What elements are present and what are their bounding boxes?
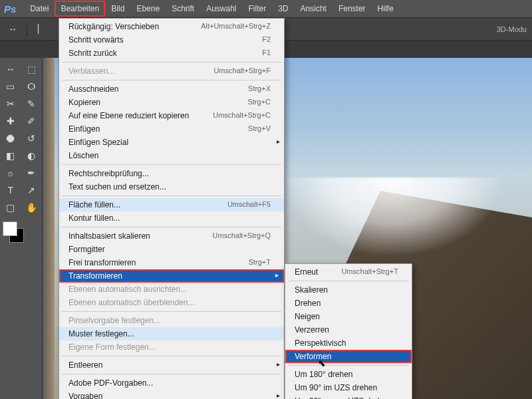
type-tool[interactable]: T	[1, 182, 21, 198]
menu-item-verzerren[interactable]: Verzerren	[285, 323, 412, 336]
menu-bild[interactable]: Bild	[105, 1, 130, 17]
move-tool-icon[interactable]: ↔	[4, 22, 21, 37]
menu-item-verformen[interactable]: Verformen	[285, 350, 412, 363]
menu-item-transformieren[interactable]: Transformieren	[59, 269, 284, 283]
menu-item-label: Einfügen Spezial	[68, 138, 128, 147]
menu-separator	[62, 356, 281, 356]
menu-item-label: Einfügen	[68, 124, 100, 134]
menu-item-r-ckg-ngig-verschieben[interactable]: Rückgängig: VerschiebenAlt+Umschalt+Strg…	[59, 20, 284, 33]
menu-bearbeiten[interactable]: Bearbeiten	[55, 1, 105, 17]
menu-separator	[288, 365, 409, 366]
foreground-swatch[interactable]	[3, 221, 17, 236]
edit-menu-dropdown: Rückgängig: VerschiebenAlt+Umschalt+Strg…	[59, 18, 285, 399]
menu-item-label: Um 180° drehen	[295, 370, 353, 379]
menu-separator	[62, 227, 281, 227]
menu-item-label: Adobe PDF-Vorgaben...	[68, 378, 153, 388]
menu-item-l-schen[interactable]: Löschen	[59, 149, 284, 162]
toolbox: ↔⬚▭ⵔ✂✎✚✐⯃↺◧◐☼✒T↗▢✋	[0, 58, 43, 399]
menu-item-fl-che-f-llen[interactable]: Fläche füllen...Umschalt+F5	[59, 198, 284, 211]
menu-item-schritt-vorw-rts[interactable]: Schritt vorwärtsF2	[59, 33, 284, 47]
brush-tool[interactable]: ✐	[22, 113, 42, 129]
menu-separator	[62, 311, 281, 312]
menu-item-auf-eine-ebene-reduziert-kopieren[interactable]: Auf eine Ebene reduziert kopierenUmschal…	[59, 109, 284, 122]
menu-item-shortcut: Strg+V	[248, 124, 271, 134]
menu-item-verblassen: Verblassen...Umschalt+Strg+F	[59, 65, 284, 78]
dodge-tool[interactable]: ☼	[1, 165, 21, 181]
menu-item-um-90-im-uzs-drehen[interactable]: Um 90° im UZS drehen	[285, 381, 412, 394]
align-left-icon[interactable]: ▏	[33, 22, 50, 37]
menu-item-inhaltsbasiert-skalieren[interactable]: Inhaltsbasiert skalierenUmschalt+Strg+Q	[59, 229, 284, 243]
menu-item-label: Pinselvorgabe festlegen...	[68, 316, 160, 325]
menu-separator	[62, 62, 281, 63]
separator	[27, 22, 27, 37]
shape-tool[interactable]: ▢	[1, 200, 21, 215]
menu-item-kopieren[interactable]: KopierenStrg+C	[59, 96, 284, 109]
menu-item-kontur-f-llen[interactable]: Kontur füllen...	[59, 211, 284, 225]
menu-item-label: Kopieren	[68, 98, 100, 107]
menu-item-frei-transformieren[interactable]: Frei transformierenStrg+T	[59, 256, 284, 269]
menu-item-einf-gen-spezial[interactable]: Einfügen Spezial	[59, 136, 284, 149]
artboard-tool[interactable]: ⬚	[22, 61, 42, 77]
menu-item-drehen[interactable]: Drehen	[285, 297, 412, 310]
menu-item-shortcut: Umschalt+Strg+Q	[213, 231, 271, 241]
menu-item-label: Schritt zurück	[68, 49, 117, 58]
stamp-tool[interactable]: ⯃	[1, 130, 21, 146]
eyedrop-tool[interactable]: ✎	[22, 96, 42, 112]
history-tool[interactable]: ↺	[22, 130, 42, 146]
menu-fenster[interactable]: Fenster	[332, 1, 372, 17]
menu-filter[interactable]: Filter	[243, 1, 273, 17]
menu-item-skalieren[interactable]: Skalieren	[285, 283, 412, 297]
menu-item-rechtschreibpr-fung[interactable]: Rechtschreibprüfung...	[59, 167, 284, 180]
heal-tool[interactable]: ✚	[1, 113, 21, 129]
menu-item-formgitter[interactable]: Formgitter	[59, 243, 284, 256]
menu-item-adobe-pdf-vorgaben[interactable]: Adobe PDF-Vorgaben...	[59, 376, 284, 390]
menu-item-label: Formgitter	[68, 245, 105, 254]
menu-item-shortcut: Strg+T	[249, 258, 271, 267]
marquee-tool[interactable]: ▭	[1, 78, 21, 94]
menu-item-text-suchen-und-ersetzen[interactable]: Text suchen und ersetzen...	[59, 180, 284, 194]
menu-item-label: Kontur füllen...	[68, 213, 120, 223]
menu-ansicht[interactable]: Ansicht	[295, 1, 332, 17]
hand-tool[interactable]: ✋	[22, 200, 42, 215]
menu-ebene[interactable]: Ebene	[130, 1, 166, 17]
menu-schrift[interactable]: Schrift	[166, 1, 200, 17]
menu-item-label: Auf eine Ebene reduziert kopieren	[68, 111, 189, 120]
menu-item-schritt-zur-ck[interactable]: Schritt zurückF1	[59, 47, 284, 60]
menu-datei[interactable]: Datei	[24, 1, 55, 17]
menu-auswahl[interactable]: Auswahl	[200, 1, 242, 17]
menu-item-erneut[interactable]: ErneutUmschalt+Strg+T	[285, 265, 412, 279]
eraser-tool[interactable]: ◧	[1, 148, 21, 164]
gradient-tool[interactable]: ◐	[22, 148, 42, 164]
transform-submenu: ErneutUmschalt+Strg+TSkalierenDrehenNeig…	[285, 263, 412, 399]
crop-tool[interactable]: ✂	[1, 96, 21, 112]
menu-item-vorgaben[interactable]: Vorgaben	[59, 390, 284, 399]
menu-separator	[288, 281, 409, 281]
menu-item-shortcut: Strg+C	[247, 98, 271, 107]
menu-item-label: Perspektivisch	[295, 338, 346, 348]
menu-item-perspektivisch[interactable]: Perspektivisch	[285, 336, 412, 350]
menu-item-ausschneiden[interactable]: AusschneidenStrg+X	[59, 82, 284, 96]
menu-item-um-90-gegen-uzs-drehen[interactable]: Um 90° gegen UZS drehen	[285, 394, 412, 399]
menu-item-einf-gen[interactable]: EinfügenStrg+V	[59, 122, 284, 136]
canvas-image-waterfall	[279, 178, 505, 257]
menu-item-entleeren[interactable]: Entleeren	[59, 358, 284, 372]
path-tool[interactable]: ↗	[22, 182, 42, 198]
menu-3d[interactable]: 3D	[272, 1, 294, 17]
menu-item-shortcut: F2	[262, 35, 271, 45]
move-tool[interactable]: ↔	[1, 61, 21, 77]
pen-tool[interactable]: ✒	[22, 165, 42, 181]
mode-label: 3D-Modu	[497, 25, 532, 33]
color-swatches[interactable]	[3, 221, 39, 243]
menu-item-label: Um 90° im UZS drehen	[295, 383, 377, 392]
menu-item-shortcut: Umschalt+F5	[227, 200, 271, 209]
menu-item-label: Frei transformieren	[68, 258, 136, 267]
menu-item-neigen[interactable]: Neigen	[285, 310, 412, 323]
menu-item-label: Um 90° gegen UZS drehen	[295, 396, 391, 399]
menu-item-label: Erneut	[295, 267, 318, 277]
menu-item-um-180-drehen[interactable]: Um 180° drehen	[285, 368, 412, 381]
menu-item-label: Eigene Form festlegen...	[68, 342, 156, 352]
menu-hilfe[interactable]: Hilfe	[372, 1, 400, 17]
lasso-tool[interactable]: ⵔ	[22, 78, 42, 94]
menu-item-muster-festlegen[interactable]: Muster festlegen...	[59, 327, 284, 340]
menu-item-ebenen-automatisch-ausrichten: Ebenen automatisch ausrichten...	[59, 283, 284, 296]
